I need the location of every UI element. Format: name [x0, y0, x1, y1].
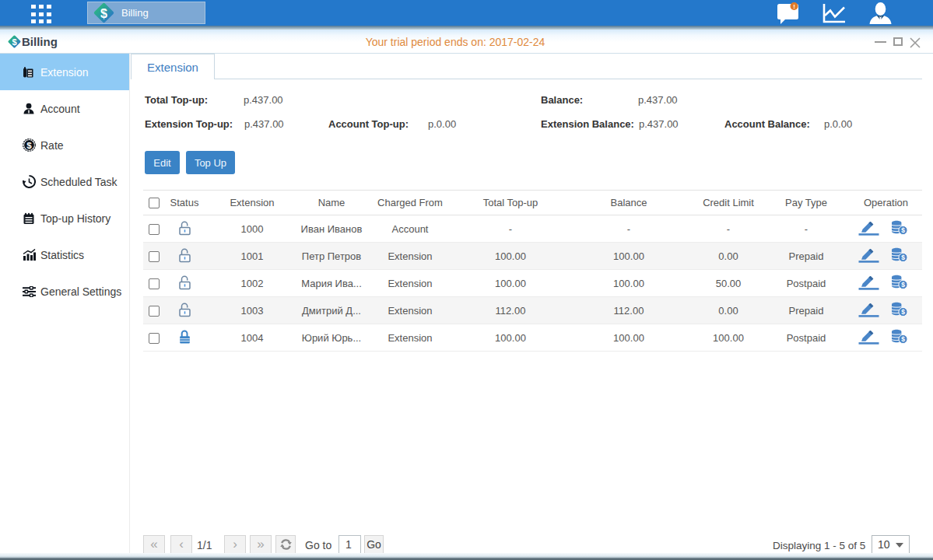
svg-text:$: $ [901, 335, 905, 343]
svg-text:$: $ [901, 308, 905, 316]
svg-text:$: $ [901, 254, 905, 261]
svg-text:$: $ [100, 7, 107, 20]
svg-text:$: $ [901, 226, 905, 234]
svg-text:!: ! [793, 3, 795, 10]
svg-text:$: $ [901, 281, 905, 289]
svg-text:$: $ [26, 141, 32, 150]
